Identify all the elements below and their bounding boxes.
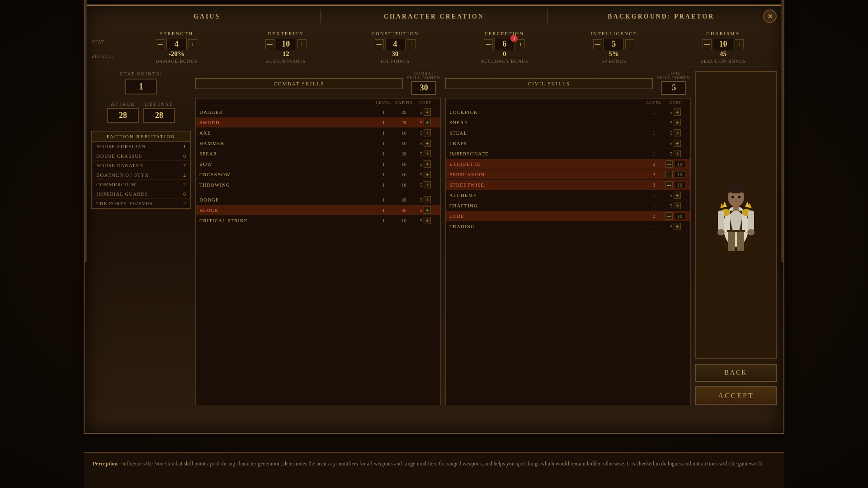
perception-label: PERCEPTION — [451, 31, 558, 36]
skill-lore: LORE 2 — 10 — [446, 211, 690, 221]
stat-points-section: STAT POINTS: 1 — [91, 71, 191, 94]
svg-point-23 — [717, 229, 725, 235]
stat-perception: PERCEPTION — 6 ! + 0 ACCURACY BONUS — [451, 31, 558, 64]
stat-charisma: CHARISMA — 10 + 45 REACTION BONUS — [670, 31, 777, 64]
svg-point-14 — [738, 196, 741, 198]
skill-critical-strike: CRITICAL STRIKE 1 10 5 + — [196, 216, 440, 226]
sneak-plus-btn[interactable]: + — [674, 119, 681, 126]
svg-point-24 — [747, 229, 755, 235]
faction-header: FACTION REPUTATION — [92, 131, 190, 142]
perception-plus[interactable]: + — [516, 39, 525, 49]
constitution-bonus-label: HIT POINTS — [342, 59, 449, 64]
etiquette-minus-btn[interactable]: — — [665, 160, 673, 168]
persuasion-minus-btn[interactable]: — — [665, 171, 673, 178]
charisma-label: CHARISMA — [670, 31, 777, 36]
intelligence-minus[interactable]: — — [593, 39, 602, 49]
constitution-control: — 4 + — [342, 38, 449, 50]
skill-sword: SWORD 1 28 5 + — [196, 117, 440, 128]
stat-constitution: CONSTITUTION — 4 + 30 HIT POINTS — [342, 31, 449, 64]
intelligence-plus[interactable]: + — [625, 39, 634, 49]
skill-bow: BOW 1 16 5 + — [196, 159, 440, 169]
dagger-plus-btn[interactable]: + — [424, 108, 431, 116]
traps-plus-btn[interactable]: + — [674, 140, 681, 147]
charisma-plus[interactable]: + — [735, 39, 744, 49]
faction-commercium: COMMERCIUM 2 — [92, 180, 190, 189]
dexterity-plus[interactable]: + — [297, 39, 307, 49]
perception-minus[interactable]: — — [484, 39, 493, 49]
description-text: Perception - Influences the Non-Combat s… — [93, 460, 775, 468]
combat-sp-value: 30 — [411, 81, 436, 95]
lockpick-plus-btn[interactable]: + — [674, 108, 681, 116]
background-section: BACKGROUND: PRAETOR — [548, 12, 774, 20]
strength-plus[interactable]: + — [188, 39, 197, 49]
constitution-label: CONSTITUTION — [342, 31, 449, 36]
skill-traps: TRAPS 1 5 + — [446, 138, 690, 149]
left-pillar-inner — [84, 0, 87, 262]
steal-plus-btn[interactable]: + — [674, 129, 681, 136]
critical-strike-plus-btn[interactable]: + — [424, 217, 431, 224]
back-button[interactable]: BACK — [695, 364, 777, 382]
effect-row-label: EFFECT: — [91, 53, 118, 59]
skill-crossbow: CROSSBOW 1 16 5 + — [196, 169, 440, 180]
hammer-plus-btn[interactable]: + — [424, 140, 431, 147]
strength-bonus-label: DAMAGE BONUS — [123, 59, 230, 64]
dodge-plus-btn[interactable]: + — [424, 196, 431, 203]
skill-spear: SPEAR 1 28 5 + — [196, 149, 440, 159]
close-button[interactable]: ✕ — [763, 9, 777, 23]
page-title: CHARACTER CREATION — [384, 13, 484, 20]
attack-block: ATTACK 28 — [107, 101, 139, 124]
background-label: BACKGROUND: PRAETOR — [608, 13, 714, 20]
constitution-minus[interactable]: — — [375, 39, 384, 49]
crafting-plus-btn[interactable]: + — [674, 202, 681, 209]
defense-label: DEFENSE — [143, 101, 175, 107]
perception-bonus-label: ACCURACY BONUS — [451, 59, 558, 64]
civil-skills-panel: CIVIL SKILLS CIVILSKILL POINTS: 5 LEVEL … — [445, 71, 691, 405]
combat-col-headers: LEVEL RATING COST — [196, 99, 440, 107]
skill-dodge: DODGE 1 28 5 + — [196, 195, 440, 205]
impersonate-plus-btn[interactable]: + — [674, 150, 681, 157]
main-panel: GAIUS CHARACTER CREATION BACKGROUND: PRA… — [84, 5, 784, 434]
intelligence-label: INTELLIGENCE — [560, 31, 667, 36]
svg-rect-22 — [748, 211, 754, 231]
charisma-minus[interactable]: — — [703, 39, 712, 49]
faction-boatmen-of-styx: BOATMEN OF STYX 2 — [92, 170, 190, 180]
perception-value: 6 ! — [494, 38, 514, 50]
civil-skills-table: LEVEL COST LOCKPICK 1 5 + SNEAK 1 5 — [445, 98, 691, 405]
bow-plus-btn[interactable]: + — [424, 160, 431, 168]
throwing-plus-btn[interactable]: + — [424, 181, 431, 188]
stat-intelligence: INTELLIGENCE — 5 + 5% SP BONUS — [560, 31, 667, 64]
skill-axe: AXE 1 10 5 + — [196, 128, 440, 138]
civil-skill-points-section: CIVILSKILL POINTS: 5 — [657, 71, 691, 96]
alchemy-plus-btn[interactable]: + — [674, 192, 681, 199]
dexterity-effect: 12 — [232, 50, 340, 58]
dexterity-control: — 10 + — [232, 38, 340, 50]
trading-plus-btn[interactable]: + — [674, 223, 681, 230]
strength-minus[interactable]: — — [156, 39, 165, 49]
block-plus-btn[interactable]: + — [424, 206, 431, 214]
skill-dagger: DAGGER 1 28 5 + — [196, 107, 440, 117]
perception-effect: 0 — [451, 50, 558, 58]
charisma-control: — 10 + — [670, 38, 777, 50]
civil-sp-label: CIVILSKILL POINTS: — [657, 71, 691, 80]
accept-button[interactable]: ACCEPT — [695, 386, 777, 405]
skill-block: BLOCK 1 35 5 + — [196, 205, 440, 216]
crossbow-plus-btn[interactable]: + — [424, 171, 431, 178]
skill-impersonate: IMPERSONATE 1 5 + — [446, 149, 690, 159]
svg-rect-21 — [718, 211, 724, 231]
perception-control: — 6 ! + — [451, 38, 558, 50]
svg-rect-19 — [727, 251, 735, 263]
dexterity-minus[interactable]: — — [265, 39, 274, 49]
faction-imperial-guards: IMPERIAL GUARDS 0 — [92, 189, 190, 199]
stat-points-value: 1 — [125, 79, 157, 94]
constitution-plus[interactable]: + — [407, 39, 416, 49]
faction-house-crassus: HOUSE CRASSUS 0 — [92, 151, 190, 161]
dexterity-value: 10 — [276, 38, 296, 50]
spear-plus-btn[interactable]: + — [424, 150, 431, 157]
axe-plus-btn[interactable]: + — [424, 129, 431, 136]
lore-minus-btn[interactable]: — — [665, 212, 673, 220]
stat-points-label: STAT POINTS: — [91, 71, 191, 76]
svg-rect-16 — [728, 231, 735, 253]
sword-plus-btn[interactable]: + — [424, 119, 431, 126]
left-panel: STAT POINTS: 1 ATTACK 28 DEFENSE 28 FACT… — [91, 71, 191, 405]
streetwise-minus-btn[interactable]: — — [665, 181, 673, 188]
